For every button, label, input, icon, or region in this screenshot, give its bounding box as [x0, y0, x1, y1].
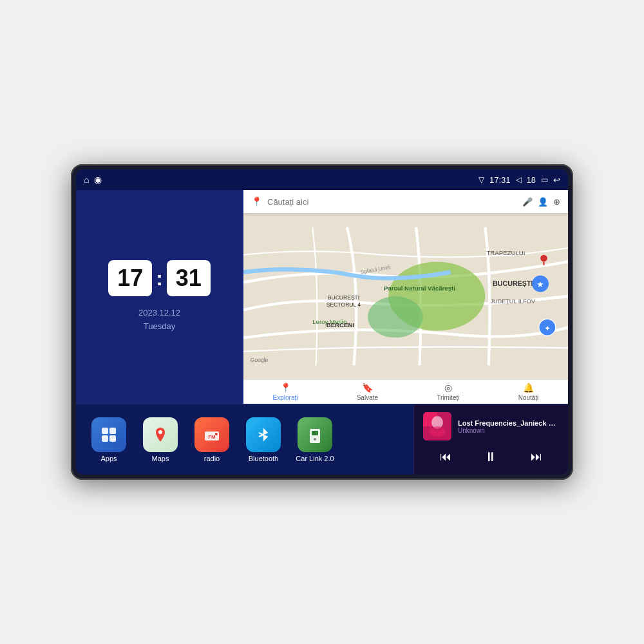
volume-icon[interactable]: ◁	[516, 175, 522, 184]
saved-label: Salvate	[357, 394, 378, 401]
account-icon[interactable]: 👤	[538, 197, 548, 207]
status-right: ▽ 17:31 ◁ 18 ▭ ↩	[478, 175, 560, 185]
svg-text:BUCUREȘTI: BUCUREȘTI	[328, 294, 359, 301]
device-screen: ⌂ ◉ ▽ 17:31 ◁ 18 ▭ ↩ 17 : 31	[76, 169, 568, 475]
maps-label: Maps	[152, 455, 169, 462]
music-prev-button[interactable]: ⏮	[435, 448, 457, 466]
status-bar: ⌂ ◉ ▽ 17:31 ◁ 18 ▭ ↩	[76, 169, 568, 190]
signal-icon: ▽	[478, 175, 484, 184]
explore-label: Explorați	[273, 394, 298, 401]
album-art-image	[423, 412, 451, 440]
battery-icon: ▭	[541, 175, 548, 184]
map-bottom-bar: 📍 Explorați 🔖 Salvate ◎ Trimiteți 🔔	[243, 379, 568, 404]
maps-nav-icon[interactable]: ◉	[94, 175, 102, 185]
news-label: Noutăți	[518, 394, 539, 401]
svg-text:Parcul Natural Văcărești: Parcul Natural Văcărești	[384, 285, 455, 292]
radio-icon: FM	[194, 417, 229, 452]
apps-row: Apps Maps	[76, 404, 413, 475]
svg-rect-22	[109, 435, 116, 442]
music-text: Lost Frequencies_Janieck Devy-... Unknow…	[458, 419, 559, 434]
svg-point-2	[368, 296, 423, 337]
music-controls: ⏮ ⏸ ⏭	[423, 447, 559, 467]
send-label: Trimiteți	[437, 394, 459, 401]
svg-rect-19	[102, 428, 108, 434]
app-item-maps[interactable]: Maps	[138, 417, 183, 462]
send-icon: ◎	[444, 383, 452, 393]
apps-icon	[91, 417, 126, 452]
status-left: ⌂ ◉	[84, 175, 102, 185]
home-icon[interactable]: ⌂	[84, 175, 89, 185]
news-icon: 🔔	[523, 383, 534, 393]
svg-point-29	[314, 438, 316, 440]
app-item-carlink[interactable]: Car Link 2.0	[292, 417, 337, 462]
svg-text:BUCUREȘTI: BUCUREȘTI	[493, 279, 533, 287]
map-search-bar[interactable]: 📍 🎤 👤 ⊕	[243, 190, 568, 213]
app-item-radio[interactable]: FM radio	[189, 417, 234, 462]
bluetooth-icon	[246, 417, 281, 452]
music-next-button[interactable]: ⏭	[526, 448, 547, 466]
top-row: 17 : 31 2023.12.12 Tuesday 📍 🎤	[76, 190, 568, 404]
mic-icon[interactable]: 🎤	[522, 197, 533, 207]
music-player: Lost Frequencies_Janieck Devy-... Unknow…	[413, 404, 568, 475]
svg-text:JUDEȚUL ILFOV: JUDEȚUL ILFOV	[490, 298, 535, 305]
map-nav-saved[interactable]: 🔖 Salvate	[357, 383, 378, 401]
map-pin-icon: 📍	[251, 196, 262, 207]
main-content: 17 : 31 2023.12.12 Tuesday 📍 🎤	[76, 190, 568, 475]
svg-rect-20	[109, 428, 116, 434]
svg-text:★: ★	[536, 279, 544, 289]
radio-label: radio	[204, 455, 220, 462]
maps-icon	[143, 417, 178, 452]
bluetooth-label: Bluetooth	[249, 455, 278, 462]
map-nav-news[interactable]: 🔔 Noutăți	[518, 383, 539, 401]
clock-hour: 17	[108, 260, 152, 296]
svg-point-17	[540, 255, 547, 262]
clock-date: 2023.12.12 Tuesday	[138, 307, 180, 334]
svg-text:✦: ✦	[544, 324, 551, 332]
bottom-row: Apps Maps	[76, 404, 568, 475]
saved-icon: 🔖	[362, 383, 373, 393]
clock-display: 17 : 31	[108, 260, 211, 296]
layers-icon[interactable]: ⊕	[553, 197, 560, 207]
car-infotainment-device: ⌂ ◉ ▽ 17:31 ◁ 18 ▭ ↩ 17 : 31	[71, 164, 573, 480]
svg-rect-28	[312, 431, 318, 435]
clock-widget: 17 : 31 2023.12.12 Tuesday	[76, 190, 243, 404]
music-play-button[interactable]: ⏸	[479, 447, 502, 467]
music-title: Lost Frequencies_Janieck Devy-...	[458, 419, 559, 427]
svg-rect-21	[102, 435, 108, 442]
back-icon[interactable]: ↩	[553, 175, 560, 185]
svg-point-34	[430, 426, 445, 437]
carlink-label: Car Link 2.0	[296, 455, 334, 462]
app-item-apps[interactable]: Apps	[86, 417, 131, 462]
svg-point-23	[158, 430, 162, 434]
map-area[interactable]: Parcul Natural Văcărești TRAPEZULUI BUCU…	[243, 213, 568, 379]
svg-text:SECTORUL 4: SECTORUL 4	[327, 301, 361, 308]
svg-point-26	[215, 433, 218, 435]
map-nav-send[interactable]: ◎ Trimiteți	[437, 383, 459, 401]
map-search-input[interactable]	[267, 197, 517, 207]
music-album-art	[423, 412, 451, 440]
time-display: 17:31	[489, 175, 511, 185]
app-item-bluetooth[interactable]: Bluetooth	[241, 417, 286, 462]
svg-text:Google: Google	[251, 357, 269, 363]
svg-text:FM: FM	[208, 434, 216, 440]
music-artist: Unknown	[458, 427, 559, 434]
svg-text:TRAPEZULUI: TRAPEZULUI	[486, 249, 525, 256]
explore-icon: 📍	[280, 383, 291, 393]
clock-colon: :	[156, 267, 163, 290]
map-widget[interactable]: 📍 🎤 👤 ⊕	[243, 190, 568, 404]
volume-level: 18	[527, 175, 536, 185]
music-info: Lost Frequencies_Janieck Devy-... Unknow…	[423, 412, 559, 440]
map-nav-explore[interactable]: 📍 Explorați	[273, 383, 298, 401]
clock-minute: 31	[167, 260, 211, 296]
carlink-icon	[298, 417, 332, 452]
apps-label: Apps	[100, 455, 117, 462]
svg-text:Leroy Merlin: Leroy Merlin	[312, 318, 346, 325]
